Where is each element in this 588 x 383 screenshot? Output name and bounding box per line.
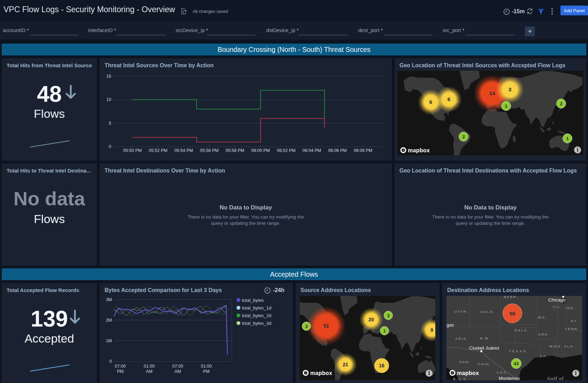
svg-text:05:58 PM: 05:58 PM	[226, 148, 244, 153]
svg-text:gas: gas	[446, 322, 454, 328]
svg-text:mapbox: mapbox	[310, 370, 332, 376]
svg-text:MISS.: MISS.	[549, 344, 563, 348]
svg-text:01:00: 01:00	[144, 364, 154, 369]
svg-text:Monterrey: Monterrey	[499, 376, 520, 380]
svg-text:2: 2	[560, 101, 562, 106]
svg-text:mapbox: mapbox	[457, 370, 479, 376]
svg-text:05:52 PM: 05:52 PM	[149, 148, 168, 153]
svg-text:COLO.: COLO.	[480, 310, 495, 314]
svg-text:3: 3	[305, 324, 307, 329]
svg-text:9: 9	[430, 327, 433, 333]
svg-text:SON.: SON.	[459, 360, 471, 364]
svg-text:ILL.: ILL.	[553, 305, 562, 308]
svg-text:PM: PM	[117, 369, 124, 374]
svg-text:ARK.: ARK.	[538, 332, 550, 336]
svg-text:IND.: IND.	[565, 306, 575, 310]
svg-text:05:54 PM: 05:54 PM	[174, 148, 193, 153]
svg-text:3M: 3M	[106, 297, 112, 302]
svg-text:CHIH.: CHIH.	[478, 362, 491, 366]
svg-text:06:02 PM: 06:02 PM	[277, 148, 296, 153]
svg-text:0: 0	[109, 144, 111, 149]
svg-text:06:08 PM: 06:08 PM	[354, 148, 373, 153]
svg-text:PM: PM	[203, 369, 210, 374]
svg-text:total_bytes_3d: total_bytes_3d	[242, 321, 272, 326]
svg-text:LA.: LA.	[540, 354, 548, 358]
svg-text:AM: AM	[175, 369, 181, 374]
svg-text:total_bytes_1d: total_bytes_1d	[242, 305, 272, 311]
svg-text:mapbox: mapbox	[408, 147, 430, 153]
svg-text:3: 3	[509, 86, 511, 92]
svg-text:B.C.S.: B.C.S.	[453, 377, 468, 380]
svg-text:07:00: 07:00	[172, 364, 183, 369]
svg-text:1: 1	[505, 104, 507, 109]
svg-text:1: 1	[383, 328, 385, 334]
svg-text:Ciudad Juárez: Ciudad Juárez	[469, 345, 499, 351]
svg-text:NEBR.: NEBR.	[504, 296, 518, 299]
svg-text:total_bytes_2d: total_bytes_2d	[242, 313, 272, 318]
svg-text:3: 3	[387, 313, 389, 318]
svg-text:50: 50	[510, 311, 516, 316]
svg-text:1: 1	[566, 136, 568, 141]
svg-text:0: 0	[109, 359, 112, 364]
svg-text:21: 21	[343, 362, 348, 367]
svg-text:ALA.: ALA.	[564, 344, 575, 348]
svg-text:total_bytes: total_bytes	[242, 298, 264, 303]
svg-text:TEXAS: TEXAS	[509, 349, 527, 353]
svg-text:06:06 PM: 06:06 PM	[328, 148, 347, 153]
svg-text:1M: 1M	[106, 338, 112, 343]
svg-text:Gulf of: Gulf of	[547, 376, 564, 380]
svg-text:6: 6	[429, 99, 432, 105]
svg-text:2: 2	[462, 134, 465, 139]
svg-text:ARIZ.: ARIZ.	[455, 337, 468, 340]
svg-text:OKLA.: OKLA.	[514, 328, 529, 332]
svg-text:14: 14	[489, 90, 495, 96]
svg-text:16: 16	[379, 363, 384, 368]
svg-text:2M: 2M	[106, 318, 112, 323]
svg-text:01:00: 01:00	[201, 364, 212, 369]
svg-text:43: 43	[514, 361, 519, 366]
svg-text:Chicago: Chicago	[548, 297, 566, 302]
svg-text:07:00: 07:00	[115, 364, 125, 369]
svg-text:6: 6	[448, 96, 450, 102]
svg-text:COA.: COA.	[497, 370, 509, 374]
svg-text:MO.: MO.	[538, 315, 547, 319]
svg-text:51: 51	[323, 323, 329, 329]
svg-text:10: 10	[106, 97, 111, 102]
svg-text:UTAH: UTAH	[455, 309, 467, 313]
svg-text:TENN.: TENN.	[565, 327, 579, 331]
svg-text:06:00 PM: 06:00 PM	[251, 148, 270, 153]
svg-text:05:56 PM: 05:56 PM	[200, 148, 219, 153]
svg-text:KY.: KY.	[571, 319, 579, 323]
svg-text:N.M.: N.M.	[480, 336, 490, 340]
svg-text:15: 15	[106, 74, 111, 79]
svg-text:5: 5	[109, 121, 111, 126]
svg-text:AM: AM	[146, 369, 153, 374]
svg-text:20: 20	[368, 317, 374, 322]
svg-text:06:04 PM: 06:04 PM	[303, 148, 321, 153]
svg-text:05:50 PM: 05:50 PM	[123, 148, 142, 153]
